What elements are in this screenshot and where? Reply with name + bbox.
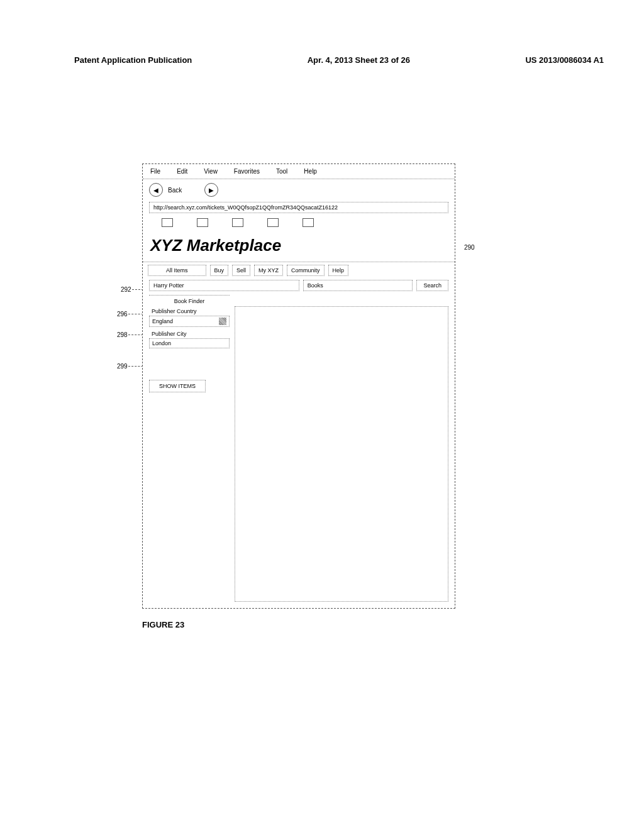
menu-file[interactable]: File: [150, 168, 160, 175]
show-items-button[interactable]: SHOW ITEMS: [149, 380, 206, 392]
arrow-right-icon: ▶: [209, 187, 214, 194]
toolbar-icon[interactable]: [303, 218, 314, 227]
menu-bar: File Edit View Favorites Tool Help: [143, 164, 455, 179]
publisher-city-value: London: [152, 340, 171, 346]
menu-tool[interactable]: Tool: [276, 168, 287, 175]
publisher-country-value: England: [152, 318, 173, 324]
header-right: US 2013/0086034 A1: [525, 55, 604, 65]
back-label: Back: [168, 187, 182, 194]
tab-my-xyz[interactable]: My XYZ: [254, 265, 283, 276]
category-select[interactable]: Books: [303, 280, 413, 291]
ref-296: 296: [117, 311, 128, 318]
forward-button[interactable]: ▶: [204, 183, 218, 197]
toolbar-icon[interactable]: [232, 218, 243, 227]
nav-tabs: All Items Buy Sell My XYZ Community Help: [143, 265, 455, 276]
tab-all-items[interactable]: All Items: [148, 265, 206, 276]
toolbar-icon[interactable]: [267, 218, 279, 227]
tab-buy[interactable]: Buy: [210, 265, 229, 276]
toolbar-icon[interactable]: [162, 218, 173, 227]
menu-favorites[interactable]: Favorites: [234, 168, 260, 175]
ref-298: 298: [117, 331, 128, 338]
page-header: Patent Application Publication Apr. 4, 2…: [74, 55, 604, 65]
nav-toolbar: ◀ Back ▶: [143, 179, 455, 201]
header-left: Patent Application Publication: [74, 55, 192, 65]
back-button[interactable]: ◀: [149, 183, 163, 197]
chevron-down-icon: [219, 318, 226, 325]
ref-292: 292: [121, 286, 131, 293]
figure-label: FIGURE 23: [142, 620, 455, 629]
finder-title: Book Finder: [149, 296, 230, 307]
publisher-city-input[interactable]: London: [149, 338, 230, 348]
address-bar[interactable]: http://search.xyz.com/tickets_W0QQfsopZ1…: [149, 202, 448, 213]
results-pane: [235, 306, 448, 602]
ref-290: 290: [464, 244, 475, 251]
search-row: Harry Potter Books Search: [143, 276, 455, 295]
publisher-country-select[interactable]: England: [149, 316, 230, 327]
tab-help[interactable]: Help: [328, 265, 349, 276]
toolbar-icon[interactable]: [197, 218, 208, 227]
header-center: Apr. 4, 2013 Sheet 23 of 26: [308, 55, 410, 65]
publisher-city-label: Publisher City: [149, 329, 230, 338]
search-button[interactable]: Search: [416, 280, 448, 291]
tab-community[interactable]: Community: [287, 265, 325, 276]
menu-help[interactable]: Help: [304, 168, 317, 175]
tab-sell[interactable]: Sell: [232, 265, 250, 276]
menu-edit[interactable]: Edit: [177, 168, 187, 175]
site-title: XYZ Marketplace: [143, 232, 455, 262]
menu-view[interactable]: View: [204, 168, 218, 175]
ref-299: 299: [117, 363, 128, 370]
search-input[interactable]: Harry Potter: [149, 280, 299, 291]
arrow-left-icon: ◀: [153, 187, 158, 194]
publisher-country-label: Publisher Country: [149, 307, 230, 316]
book-finder-panel: Book Finder Publisher Country England Pu…: [149, 295, 230, 602]
browser-window: File Edit View Favorites Tool Help ◀ Bac…: [142, 163, 455, 629]
toolbar-icons: [143, 216, 455, 232]
